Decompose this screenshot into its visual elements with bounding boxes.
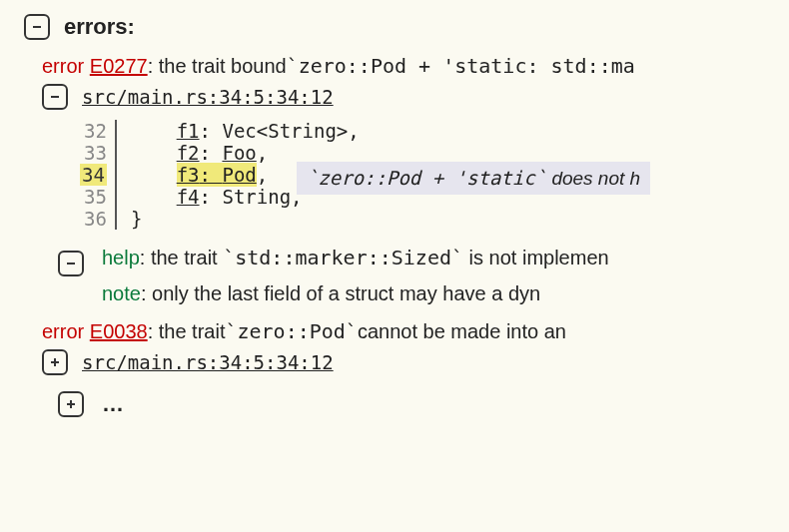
- line-number: 33: [80, 142, 107, 164]
- error-code-link[interactable]: E0038: [90, 320, 148, 343]
- expand-error-icon[interactable]: [42, 349, 68, 375]
- error-summary: error E0038 : the trait `zero::Pod` cann…: [42, 319, 789, 343]
- help-message: help: the trait `std::marker::Sized` is …: [102, 246, 609, 269]
- note-message: note: only the last field of a struct ma…: [102, 282, 540, 305]
- error-code-link[interactable]: E0277: [90, 55, 148, 78]
- collapse-help-icon[interactable]: [58, 251, 84, 276]
- line-number: 32: [80, 120, 107, 142]
- error-summary: error E0277 : the trait bound `zero::Pod…: [42, 54, 789, 78]
- errors-heading: errors:: [64, 14, 135, 40]
- more-errors-ellipsis: …: [102, 391, 124, 417]
- source-location-link[interactable]: src/main.rs:34:5:34:12: [82, 351, 334, 373]
- line-number: 35: [80, 186, 107, 208]
- collapse-errors-icon[interactable]: [24, 14, 50, 40]
- line-number: 36: [80, 208, 107, 230]
- collapse-error-icon[interactable]: [42, 84, 68, 110]
- line-number: 34: [80, 164, 107, 186]
- code-snippet: 32 33 34 35 36 f1: Vec<String>, f2: Foo,…: [80, 120, 789, 230]
- expand-more-icon[interactable]: [58, 391, 84, 417]
- diagnostic-tooltip: `zero::Pod + 'static` does not h: [297, 162, 650, 195]
- source-location-link[interactable]: src/main.rs:34:5:34:12: [82, 86, 334, 108]
